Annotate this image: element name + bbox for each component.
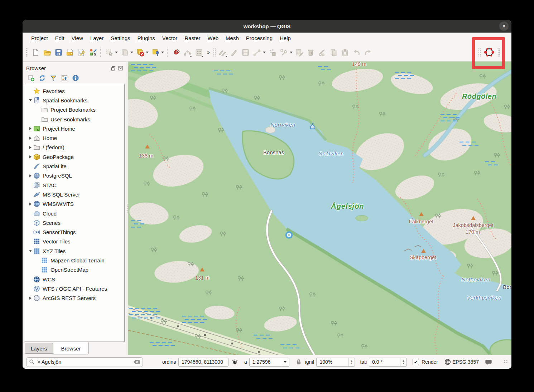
digitize-curve-dropdown[interactable] [190, 56, 192, 57]
select-by-location-dropdown[interactable] [161, 52, 164, 53]
select-by-location-icon[interactable] [150, 47, 161, 58]
resize-grip[interactable] [504, 360, 508, 364]
spinner-arrows-icon[interactable]: ▴▾ [348, 358, 355, 366]
messages-bubble-icon[interactable] [485, 359, 492, 365]
panel-float-icon[interactable] [111, 66, 116, 71]
tree-item-xyz-tiles[interactable]: XYZ Tiles [25, 246, 124, 256]
render-checkbox[interactable]: ✓ [413, 359, 419, 365]
tree-item-user-bookmarks[interactable]: User Bookmarks [25, 115, 124, 124]
undo-icon[interactable] [351, 47, 362, 58]
add-layer-icon[interactable] [28, 74, 35, 82]
menu-web[interactable]: Web [204, 34, 222, 42]
add-line-feature-icon[interactable] [251, 47, 263, 58]
splitter-handle-icon[interactable] [126, 204, 128, 213]
tree-item-wcs[interactable]: WCS [25, 275, 124, 284]
panel-close-icon[interactable] [118, 66, 123, 71]
scale-combobox[interactable]: 1:27596 [249, 358, 289, 367]
expander-open-icon[interactable] [27, 250, 33, 252]
copy-features-icon[interactable] [328, 47, 340, 58]
tree-item-wms-wmts[interactable]: WMS/WMTS [25, 199, 124, 209]
expander-closed-icon[interactable] [27, 127, 33, 130]
tree-item-mapzen-global-terrain[interactable]: Mapzen Global Terrain [25, 256, 124, 265]
add-circular-string-icon[interactable] [267, 47, 278, 58]
scale-dropdown-icon[interactable] [281, 358, 289, 366]
new-print-layout-icon[interactable] [64, 47, 76, 58]
layout-manager-icon[interactable] [76, 47, 87, 58]
expander-closed-icon[interactable] [27, 174, 33, 177]
open-project-icon[interactable] [41, 47, 53, 58]
tree-item-spatial-bookmarks[interactable]: Spatial Bookmarks [25, 96, 124, 105]
toolbar-drag-handle[interactable] [213, 48, 216, 57]
save-edits-icon[interactable] [240, 47, 251, 58]
expander-closed-icon[interactable] [27, 146, 33, 149]
refresh-icon[interactable] [39, 74, 46, 82]
menu-processing[interactable]: Processing [242, 34, 276, 42]
map-canvas[interactable]: 149 mRödgölenNorrvikenBonsnäsSnålviken13… [128, 62, 511, 355]
cut-features-icon[interactable] [317, 47, 328, 58]
menu-mesh[interactable]: Mesh [222, 34, 242, 42]
menu-edit[interactable]: Edit [52, 34, 68, 42]
tree-item-home[interactable]: Home [25, 133, 124, 142]
tree-item-project-home[interactable]: Project Home [25, 124, 124, 133]
expander-open-icon[interactable] [27, 99, 33, 101]
toolbar-drag-handle[interactable] [26, 48, 29, 57]
menu-vector[interactable]: Vector [159, 34, 181, 42]
menu-raster[interactable]: Raster [181, 34, 204, 42]
menu-help[interactable]: Help [276, 34, 294, 42]
advanced-digitizing-dropdown[interactable] [201, 56, 203, 57]
properties-info-icon[interactable] [72, 74, 79, 82]
filter-browser-icon[interactable] [50, 74, 57, 82]
select-by-form-dropdown[interactable] [130, 52, 133, 53]
menu-plugins[interactable]: Plugins [134, 34, 159, 42]
save-project-icon[interactable] [53, 47, 64, 58]
rotation-spinbox[interactable]: 0.0 ° ▴▾ [369, 358, 407, 367]
expander-closed-icon[interactable] [27, 297, 33, 300]
snapping-magnet-icon[interactable] [170, 47, 182, 58]
toggle-editing-icon[interactable] [228, 47, 240, 58]
toolbar-overflow-button[interactable]: » [207, 49, 210, 55]
multi-edit-icon[interactable] [294, 47, 305, 58]
current-edits-dropdown[interactable] [225, 56, 227, 57]
crs-globe-icon[interactable] [444, 359, 451, 365]
menu-view[interactable]: View [68, 34, 87, 42]
tab-layers[interactable]: Layers [25, 343, 53, 354]
select-features-dropdown[interactable] [115, 52, 118, 53]
tree-item-arcgis-rest-servers[interactable]: ArcGIS REST Servers [25, 294, 124, 303]
tree-item-mssql[interactable]: MS SQL Server [25, 190, 124, 199]
menu-settings[interactable]: Settings [107, 34, 134, 42]
delete-selected-icon[interactable] [305, 47, 317, 58]
select-by-form-icon[interactable] [119, 47, 130, 58]
spinner-arrows-icon[interactable]: ▴▾ [400, 358, 406, 366]
lock-scale-icon[interactable] [296, 359, 302, 365]
select-features-icon[interactable] [104, 47, 115, 58]
new-project-icon[interactable] [30, 47, 41, 58]
window-close-button[interactable]: × [499, 21, 509, 31]
tree-item-openstreetmap[interactable]: OpenStreetMap [25, 265, 124, 275]
tree-item-root-fedora[interactable]: / (fedora) [25, 143, 124, 152]
tree-item-cloud[interactable]: Cloud [25, 209, 124, 218]
menu-layer[interactable]: Layer [87, 34, 107, 42]
extents-icon[interactable] [231, 358, 239, 366]
style-manager-icon[interactable] [87, 47, 98, 58]
tree-item-scenes[interactable]: Scenes [25, 218, 124, 227]
paste-features-icon[interactable] [340, 47, 351, 58]
tab-browser[interactable]: Browser [53, 342, 89, 354]
tree-item-spatialite[interactable]: SpatiaLite [25, 161, 124, 171]
tree-item-sensorthings[interactable]: SensorThings [25, 227, 124, 237]
locator-search-input[interactable]: > Agelsjön [26, 357, 143, 367]
expander-closed-icon[interactable] [27, 155, 33, 158]
collapse-all-icon[interactable] [61, 74, 68, 82]
magnifier-spinbox[interactable]: 100% ▴▾ [316, 358, 355, 367]
modify-attributes-icon[interactable] [278, 47, 290, 58]
modify-attributes-dropdown[interactable] [290, 52, 293, 53]
tree-item-geopackage[interactable]: GeoPackage [25, 152, 124, 161]
deselect-features-icon[interactable] [134, 47, 146, 58]
tree-item-postgresql[interactable]: PostgreSQL [25, 171, 124, 180]
tree-item-project-bookmarks[interactable]: Project Bookmarks [25, 105, 124, 115]
advanced-digitizing-icon[interactable] [193, 47, 205, 58]
menu-project[interactable]: Project [28, 34, 52, 42]
crs-status-button[interactable]: EPSG:3857 [452, 359, 479, 365]
add-feature-dropdown[interactable] [263, 52, 266, 53]
tree-item-wfs-ogc-api[interactable]: WFS / OGC API - Features [25, 284, 124, 293]
current-edits-icon[interactable] [217, 47, 228, 58]
